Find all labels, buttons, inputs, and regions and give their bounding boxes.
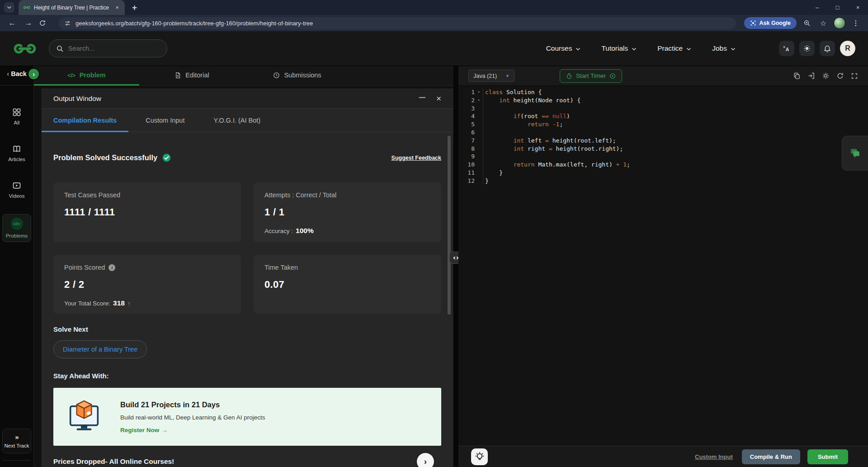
output-tab-custom-input[interactable]: Custom Input (134, 117, 196, 132)
browser-profile-avatar[interactable] (834, 17, 845, 29)
suggest-feedback-link[interactable]: Suggest Feedback (392, 155, 441, 161)
site-search[interactable] (49, 39, 167, 57)
register-now-link[interactable]: Register Now → (120, 427, 265, 434)
language-selector[interactable]: Java (21) ▼ (468, 70, 514, 82)
points-card: Points Scored i 2 / 2 Your Total Score: … (53, 255, 241, 314)
line-number: 12 (458, 177, 475, 185)
start-timer-button[interactable]: Start Timer (560, 69, 622, 83)
reset-code-icon[interactable] (836, 72, 844, 80)
promo-banner[interactable]: Build 21 Projects in 21 Days Build real-… (53, 388, 441, 446)
test-cases-card: Test Cases Passed 1111 / 1111 (53, 182, 241, 242)
import-code-icon[interactable] (807, 72, 815, 80)
output-window: Output Window — × Compilation ResultsCus… (42, 89, 453, 467)
hints-bulb-icon[interactable] (471, 448, 488, 465)
nav-item-practice[interactable]: Practice (657, 44, 691, 52)
code-line[interactable]: 4 if(root == null) (458, 112, 868, 120)
fold-caret-icon (475, 169, 483, 177)
window-close-icon[interactable]: × (848, 0, 868, 15)
code-line[interactable]: 8 int right = height(root.right); (458, 145, 868, 153)
minimize-icon[interactable]: — (419, 94, 425, 101)
tab-submissions[interactable]: Submissions (245, 66, 350, 86)
output-tab-y-o-g-i-ai-bot-[interactable]: Y.O.G.I. (AI Bot) (202, 117, 272, 132)
new-tab-button[interactable]: + (132, 3, 137, 13)
workspace: ‹ Back AllArticlesVideos</>Problems » Ne… (0, 66, 868, 467)
fold-caret-icon (475, 145, 483, 153)
chat-fab[interactable] (842, 136, 868, 171)
reload-icon[interactable] (39, 19, 51, 27)
bookmark-star-icon[interactable]: ☆ (817, 19, 829, 28)
code-line[interactable]: 10 return Math.max(left, right) + 1; (458, 161, 868, 169)
user-avatar[interactable]: R (840, 41, 855, 56)
fold-caret-icon (475, 112, 483, 120)
theme-toggle-sun-icon[interactable] (799, 41, 815, 56)
output-scrollbar[interactable] (448, 136, 451, 315)
tab-search-chevron-icon[interactable] (4, 2, 14, 13)
nav-item-tutorials[interactable]: Tutorials (601, 44, 637, 52)
nav-item-courses[interactable]: Courses (546, 44, 581, 52)
nav-item-jobs[interactable]: Jobs (712, 44, 736, 52)
code-line[interactable]: 1▾class Solution { (458, 88, 868, 96)
settings-icon[interactable] (822, 72, 830, 80)
copy-icon[interactable] (793, 72, 801, 80)
fold-caret-icon (475, 129, 483, 137)
total-score-value: 318 (113, 299, 125, 307)
line-number: 2 (458, 96, 475, 105)
banner-title: Build 21 Projects in 21 Days (120, 400, 265, 409)
code-line[interactable]: 6 (458, 129, 868, 137)
browser-tab[interactable]: Height of Binary Tree | Practice × (19, 0, 125, 15)
gfg-logo[interactable] (13, 43, 37, 55)
fold-caret-icon[interactable]: ▾ (475, 88, 483, 96)
notifications-bell-icon[interactable] (820, 41, 835, 56)
sidebar-item-problems[interactable]: </>Problems (2, 214, 31, 242)
code-tag-icon: </> (67, 72, 75, 79)
panel-divider[interactable] (453, 66, 458, 467)
ask-google-button[interactable]: Ask Google (744, 17, 797, 29)
sidebar-item-videos[interactable]: Videos (2, 177, 31, 202)
fold-caret-icon (475, 137, 483, 145)
tab-editorial[interactable]: Editorial (139, 66, 245, 86)
code-line[interactable]: 2▾ int height(Node root) { (458, 96, 868, 105)
clock-icon (273, 72, 280, 79)
sidebar-expand-button[interactable]: › (28, 68, 40, 80)
info-icon[interactable]: i (108, 264, 115, 271)
chat-bubbles-icon (849, 147, 861, 159)
translate-icon[interactable]: xA (779, 41, 794, 56)
attempts-value: 1 / 1 (264, 206, 430, 218)
compile-run-button[interactable]: Compile & Run (742, 449, 800, 464)
close-icon[interactable]: × (436, 94, 441, 104)
solve-next-problem-button[interactable]: Diameter of a Binary Tree (53, 340, 147, 358)
window-maximize-icon[interactable]: □ (827, 0, 848, 15)
sidebar-item-articles[interactable]: Articles (2, 141, 31, 166)
code-line[interactable]: 11 } (458, 169, 868, 177)
fold-caret-icon (475, 161, 483, 169)
output-window-title: Output Window (53, 95, 101, 103)
fold-caret-icon[interactable]: ▾ (475, 96, 483, 105)
book-icon (12, 144, 21, 153)
tab-problem[interactable]: </>Problem (34, 66, 139, 86)
window-minimize-icon[interactable]: – (807, 0, 827, 15)
next-track-button[interactable]: » Next Track (2, 429, 31, 453)
code-line[interactable]: 5 return -1; (458, 120, 868, 129)
status-heading: Problem Solved Successfully (53, 153, 157, 162)
zoom-icon[interactable] (801, 19, 813, 27)
browser-menu-icon[interactable]: ⋮ (850, 19, 862, 27)
code-line[interactable]: 3 (458, 105, 868, 113)
code-editor[interactable]: 1▾class Solution {2▾ int height(Node roo… (458, 86, 868, 446)
svg-text:A: A (786, 47, 789, 52)
tab-close-icon[interactable]: × (114, 4, 120, 11)
custom-input-link[interactable]: Custom Input (695, 453, 733, 460)
sidebar-item-all[interactable]: All (2, 104, 31, 129)
back-icon[interactable]: ← (6, 19, 18, 28)
output-tab-compilation-results[interactable]: Compilation Results (42, 117, 128, 132)
search-input[interactable] (68, 45, 150, 52)
submit-button[interactable]: Submit (807, 449, 848, 464)
site-settings-icon[interactable] (64, 20, 71, 27)
address-bar[interactable]: geeksforgeeks.org/batch/gfg-160-problems… (59, 17, 736, 29)
stay-ahead-heading: Stay Ahead With: (53, 372, 441, 380)
fullscreen-icon[interactable] (851, 72, 858, 80)
code-line[interactable]: 9 (458, 152, 868, 161)
code-line[interactable]: 7 int left = height(root.left); (458, 137, 868, 145)
forward-icon[interactable]: → (23, 19, 34, 28)
code-line[interactable]: 12} (458, 177, 868, 185)
promo-next-button[interactable]: › (417, 453, 434, 467)
